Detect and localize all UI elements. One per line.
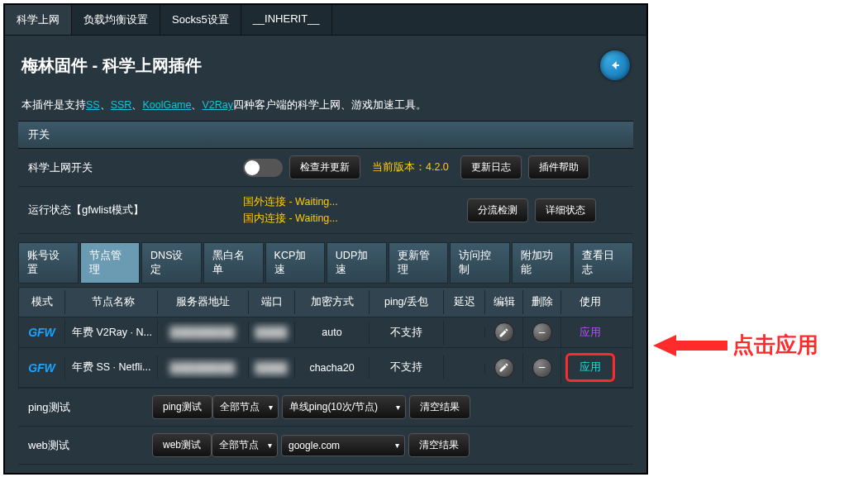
latency (444, 327, 485, 337)
link-ssr[interactable]: SSR (111, 99, 132, 111)
top-tabs: 科学上网 负载均衡设置 Socks5设置 __INHERIT__ (5, 5, 646, 36)
subtab-logs[interactable]: 查看日志 (573, 242, 633, 284)
table-header: 模式 节点名称 服务器地址 端口 加密方式 ping/丢包 延迟 编辑 删除 使… (19, 288, 632, 317)
subtab-kcp[interactable]: KCP加速 (265, 242, 325, 284)
nodes-table: 模式 节点名称 服务器地址 端口 加密方式 ping/丢包 延迟 编辑 删除 使… (18, 287, 633, 389)
arrow-left-icon (653, 333, 727, 358)
ping-scope-select[interactable]: 全部节点▾ (212, 395, 279, 419)
connection-status: 国外连接 - Waiting... 国内连接 - Waiting... (243, 193, 338, 227)
ping-test-button[interactable]: ping测试 (152, 395, 212, 419)
subtab-udp[interactable]: UDP加速 (327, 242, 387, 284)
changelog-button[interactable]: 更新日志 (460, 155, 522, 179)
switch-label: 科学上网开关 (28, 160, 243, 175)
subtab-dns[interactable]: DNS设定 (141, 242, 202, 284)
tab-inherit[interactable]: __INHERIT__ (241, 5, 332, 35)
web-test-label: web测试 (28, 438, 152, 453)
edit-icon[interactable] (494, 358, 514, 378)
port: ████ (249, 322, 295, 343)
main-panel: 科学上网 负载均衡设置 Socks5设置 __INHERIT__ 梅林固件 - … (3, 3, 648, 475)
ping-mode-select[interactable]: 单线ping(10次/节点)▾ (282, 395, 406, 419)
runtime-label: 运行状态【gfwlist模式】 (28, 203, 243, 217)
encryption: chacha20 (295, 357, 370, 379)
subtab-update[interactable]: 更新管理 (389, 242, 449, 284)
divert-check-button[interactable]: 分流检测 (467, 198, 528, 222)
web-scope-select[interactable]: 全部节点▾ (212, 433, 278, 457)
tab-loadbalance[interactable]: 负载均衡设置 (72, 5, 160, 35)
ping-clear-button[interactable]: 清空结果 (409, 395, 470, 419)
link-ss[interactable]: SS (86, 99, 100, 111)
ping-test-label: ping测试 (28, 400, 152, 415)
link-v2ray[interactable]: V2Ray (202, 99, 233, 111)
apply-button[interactable]: 应用 (579, 361, 601, 373)
subtab-access[interactable]: 访问控制 (450, 242, 510, 284)
web-target-select[interactable]: google.com▾ (281, 435, 405, 456)
server-addr: ████████ (158, 322, 249, 343)
annotation-text: 点击应用 (732, 331, 818, 360)
subtabs: 账号设置 节点管理 DNS设定 黑白名单 KCP加速 UDP加速 更新管理 访问… (5, 234, 646, 284)
check-update-button[interactable]: 检查并更新 (289, 155, 360, 179)
proxy-toggle[interactable] (243, 159, 283, 177)
delete-icon[interactable] (532, 358, 552, 378)
subtab-extras[interactable]: 附加功能 (512, 242, 572, 284)
server-addr: ████████ (158, 357, 249, 379)
ping-status: 不支持 (370, 321, 444, 345)
subtab-account[interactable]: 账号设置 (18, 242, 79, 284)
mode-badge: GFW (19, 356, 65, 379)
version-text: 当前版本：4.2.0 (367, 160, 454, 174)
node-name: 年费 SS · Netfli... (65, 355, 158, 379)
annotation-callout: 点击应用 (653, 331, 818, 360)
latency (444, 363, 485, 373)
plugin-description: 本插件是支持SS、SSR、KoolGame、V2Ray四种客户端的科学上网、游戏… (5, 92, 646, 121)
apply-button[interactable]: 应用 (579, 326, 601, 340)
web-clear-button[interactable]: 清空结果 (408, 433, 470, 457)
node-name: 年费 V2Ray · N... (65, 321, 158, 345)
back-icon[interactable] (600, 50, 630, 80)
section-switch-header: 开关 (18, 121, 633, 149)
subtab-bwlist[interactable]: 黑白名单 (203, 242, 264, 284)
table-row: GFW 年费 SS · Netfli... ████████ ████ chac… (19, 348, 632, 388)
svg-marker-0 (653, 335, 727, 356)
detail-status-button[interactable]: 详细状态 (535, 198, 596, 222)
help-button[interactable]: 插件帮助 (528, 155, 589, 179)
tab-socks5[interactable]: Socks5设置 (160, 5, 241, 35)
port: ████ (249, 357, 295, 379)
web-test-button[interactable]: web测试 (152, 433, 212, 457)
delete-icon[interactable] (532, 322, 552, 342)
edit-icon[interactable] (494, 322, 514, 342)
link-koolgame[interactable]: KoolGame (142, 99, 191, 111)
tab-proxy[interactable]: 科学上网 (5, 5, 72, 35)
encryption: auto (295, 322, 370, 343)
ping-status: 不支持 (370, 355, 444, 379)
mode-badge: GFW (19, 321, 65, 344)
table-row: GFW 年费 V2Ray · N... ████████ ████ auto 不… (19, 317, 632, 348)
subtab-nodes[interactable]: 节点管理 (80, 242, 141, 284)
page-title: 梅林固件 - 科学上网插件 (21, 55, 202, 77)
